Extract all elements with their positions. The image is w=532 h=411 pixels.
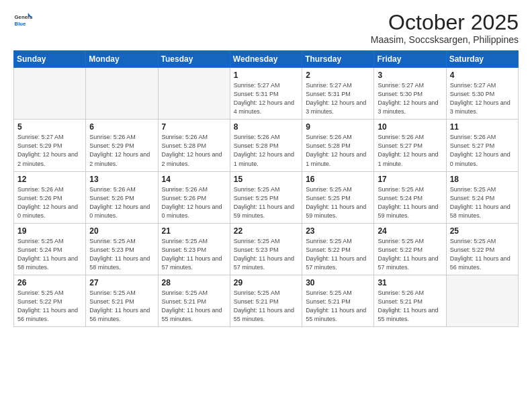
day-number: 22 bbox=[234, 226, 298, 236]
day-info: Sunrise: 5:25 AMSunset: 5:23 PMDaylight:… bbox=[162, 237, 226, 272]
sunrise-label: Sunrise: 5:25 AM bbox=[378, 186, 424, 193]
day-number: 8 bbox=[234, 122, 298, 132]
day-info: Sunrise: 5:25 AMSunset: 5:25 PMDaylight:… bbox=[306, 185, 370, 220]
calendar-cell: 8Sunrise: 5:26 AMSunset: 5:28 PMDaylight… bbox=[230, 120, 302, 171]
daylight-label: Daylight: 11 hours and 59 minutes. bbox=[378, 203, 438, 219]
sunset-label: Sunset: 5:21 PM bbox=[306, 298, 351, 305]
day-info: Sunrise: 5:25 AMSunset: 5:22 PMDaylight:… bbox=[450, 237, 515, 272]
calendar-cell: 23Sunrise: 5:25 AMSunset: 5:22 PMDayligh… bbox=[302, 223, 374, 275]
sunrise-label: Sunrise: 5:25 AM bbox=[306, 186, 352, 193]
day-info: Sunrise: 5:26 AMSunset: 5:28 PMDaylight:… bbox=[234, 133, 298, 168]
daylight-label: Daylight: 12 hours and 2 minutes. bbox=[17, 151, 78, 167]
calendar-header-wednesday: Wednesday bbox=[230, 51, 302, 68]
location-title: Maasim, Soccsksargen, Philippines bbox=[371, 34, 519, 45]
day-number: 9 bbox=[306, 122, 370, 132]
day-info: Sunrise: 5:25 AMSunset: 5:21 PMDaylight:… bbox=[234, 289, 298, 324]
day-number: 20 bbox=[89, 226, 154, 236]
calendar-cell: 24Sunrise: 5:25 AMSunset: 5:22 PMDayligh… bbox=[374, 223, 446, 275]
day-info: Sunrise: 5:25 AMSunset: 5:22 PMDaylight:… bbox=[306, 237, 370, 272]
daylight-label: Daylight: 12 hours and 2 minutes. bbox=[162, 151, 222, 167]
sunrise-label: Sunrise: 5:25 AM bbox=[378, 238, 424, 244]
day-number: 30 bbox=[306, 278, 370, 287]
calendar-cell bbox=[14, 68, 86, 120]
day-number: 1 bbox=[234, 71, 298, 80]
sunrise-label: Sunrise: 5:25 AM bbox=[162, 289, 208, 296]
sunset-label: Sunset: 5:23 PM bbox=[234, 246, 279, 253]
sunrise-label: Sunrise: 5:26 AM bbox=[162, 186, 208, 193]
calendar-cell: 14Sunrise: 5:26 AMSunset: 5:26 PMDayligh… bbox=[158, 171, 230, 223]
calendar-header-monday: Monday bbox=[86, 51, 158, 68]
daylight-label: Daylight: 12 hours and 4 minutes. bbox=[234, 99, 294, 115]
sunrise-label: Sunrise: 5:27 AM bbox=[306, 82, 352, 89]
calendar-cell: 13Sunrise: 5:26 AMSunset: 5:26 PMDayligh… bbox=[86, 171, 158, 223]
calendar-week-row: 5Sunrise: 5:27 AMSunset: 5:29 PMDaylight… bbox=[14, 120, 519, 171]
calendar-week-row: 19Sunrise: 5:25 AMSunset: 5:24 PMDayligh… bbox=[14, 223, 519, 275]
calendar-cell: 16Sunrise: 5:25 AMSunset: 5:25 PMDayligh… bbox=[302, 171, 374, 223]
day-info: Sunrise: 5:25 AMSunset: 5:24 PMDaylight:… bbox=[450, 185, 515, 220]
day-number: 14 bbox=[162, 175, 226, 184]
sunrise-label: Sunrise: 5:27 AM bbox=[450, 82, 496, 89]
sunset-label: Sunset: 5:21 PM bbox=[234, 298, 279, 305]
calendar-header-thursday: Thursday bbox=[302, 51, 374, 68]
day-number: 31 bbox=[378, 278, 442, 287]
daylight-label: Daylight: 11 hours and 57 minutes. bbox=[306, 255, 366, 271]
calendar-cell: 27Sunrise: 5:25 AMSunset: 5:21 PMDayligh… bbox=[86, 275, 158, 326]
daylight-label: Daylight: 12 hours and 1 minute. bbox=[378, 151, 438, 167]
sunset-label: Sunset: 5:25 PM bbox=[234, 195, 279, 201]
calendar-cell: 7Sunrise: 5:26 AMSunset: 5:28 PMDaylight… bbox=[158, 120, 230, 171]
sunrise-label: Sunrise: 5:25 AM bbox=[450, 186, 496, 193]
calendar-header-saturday: Saturday bbox=[446, 51, 518, 68]
day-number: 7 bbox=[162, 122, 226, 132]
sunset-label: Sunset: 5:24 PM bbox=[450, 195, 495, 201]
sunrise-label: Sunrise: 5:26 AM bbox=[162, 134, 208, 140]
page-header: General Blue October 2025 Maasim, Soccsk… bbox=[13, 11, 519, 45]
sunset-label: Sunset: 5:26 PM bbox=[89, 195, 134, 201]
sunset-label: Sunset: 5:21 PM bbox=[378, 298, 423, 305]
sunset-label: Sunset: 5:21 PM bbox=[162, 298, 207, 305]
sunrise-label: Sunrise: 5:25 AM bbox=[89, 238, 136, 244]
sunrise-label: Sunrise: 5:25 AM bbox=[306, 289, 352, 296]
day-info: Sunrise: 5:25 AMSunset: 5:21 PMDaylight:… bbox=[306, 289, 370, 324]
day-number: 6 bbox=[89, 122, 154, 132]
sunrise-label: Sunrise: 5:25 AM bbox=[234, 186, 280, 193]
day-info: Sunrise: 5:26 AMSunset: 5:26 PMDaylight:… bbox=[162, 185, 226, 220]
calendar-cell: 2Sunrise: 5:27 AMSunset: 5:31 PMDaylight… bbox=[302, 68, 374, 120]
sunset-label: Sunset: 5:26 PM bbox=[162, 195, 207, 201]
day-number: 16 bbox=[306, 175, 370, 184]
calendar-cell: 4Sunrise: 5:27 AMSunset: 5:30 PMDaylight… bbox=[446, 68, 518, 120]
sunrise-label: Sunrise: 5:27 AM bbox=[378, 82, 424, 89]
day-number: 15 bbox=[234, 175, 298, 184]
sunset-label: Sunset: 5:24 PM bbox=[378, 195, 423, 201]
day-info: Sunrise: 5:26 AMSunset: 5:28 PMDaylight:… bbox=[162, 133, 226, 168]
sunrise-label: Sunrise: 5:25 AM bbox=[306, 238, 352, 244]
calendar-table: SundayMondayTuesdayWednesdayThursdayFrid… bbox=[13, 50, 519, 327]
sunset-label: Sunset: 5:27 PM bbox=[378, 142, 423, 149]
daylight-label: Daylight: 12 hours and 1 minute. bbox=[234, 151, 294, 167]
day-info: Sunrise: 5:26 AMSunset: 5:26 PMDaylight:… bbox=[89, 185, 154, 220]
day-info: Sunrise: 5:26 AMSunset: 5:26 PMDaylight:… bbox=[17, 185, 82, 220]
sunset-label: Sunset: 5:30 PM bbox=[450, 91, 495, 97]
calendar-cell: 6Sunrise: 5:26 AMSunset: 5:29 PMDaylight… bbox=[86, 120, 158, 171]
sunset-label: Sunset: 5:29 PM bbox=[17, 142, 62, 149]
calendar-cell bbox=[86, 68, 158, 120]
day-number: 10 bbox=[378, 122, 442, 132]
sunrise-label: Sunrise: 5:26 AM bbox=[450, 134, 496, 140]
daylight-label: Daylight: 11 hours and 57 minutes. bbox=[162, 255, 222, 271]
day-info: Sunrise: 5:25 AMSunset: 5:24 PMDaylight:… bbox=[378, 185, 442, 220]
day-number: 11 bbox=[450, 122, 515, 132]
sunrise-label: Sunrise: 5:25 AM bbox=[162, 238, 208, 244]
svg-text:Blue: Blue bbox=[15, 21, 27, 27]
daylight-label: Daylight: 12 hours and 0 minutes. bbox=[450, 151, 511, 167]
day-number: 12 bbox=[17, 175, 82, 184]
day-number: 24 bbox=[378, 226, 442, 236]
day-info: Sunrise: 5:26 AMSunset: 5:27 PMDaylight:… bbox=[378, 133, 442, 168]
day-info: Sunrise: 5:27 AMSunset: 5:29 PMDaylight:… bbox=[17, 133, 82, 168]
daylight-label: Daylight: 12 hours and 0 minutes. bbox=[17, 203, 78, 219]
daylight-label: Daylight: 12 hours and 0 minutes. bbox=[162, 203, 222, 219]
daylight-label: Daylight: 11 hours and 56 minutes. bbox=[89, 307, 150, 322]
calendar-cell: 28Sunrise: 5:25 AMSunset: 5:21 PMDayligh… bbox=[158, 275, 230, 326]
calendar-cell: 1Sunrise: 5:27 AMSunset: 5:31 PMDaylight… bbox=[230, 68, 302, 120]
daylight-label: Daylight: 11 hours and 56 minutes. bbox=[450, 255, 511, 271]
day-info: Sunrise: 5:27 AMSunset: 5:31 PMDaylight:… bbox=[306, 81, 370, 116]
day-number: 27 bbox=[89, 278, 154, 287]
